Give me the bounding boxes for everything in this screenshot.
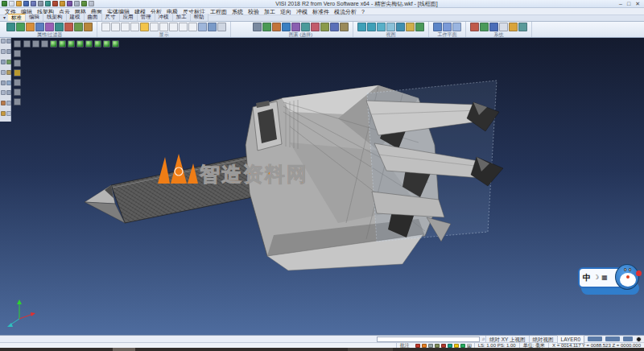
view-isometric-icon[interactable] xyxy=(103,40,110,47)
select-chain-icon[interactable] xyxy=(301,23,310,31)
menu-machining[interactable]: 加工 xyxy=(262,8,278,15)
absolute-view-label[interactable]: 绝对 XY 上视图 xyxy=(485,336,529,343)
select-surface-icon[interactable] xyxy=(282,23,291,31)
redline-icon[interactable] xyxy=(415,344,420,348)
group-icon[interactable] xyxy=(74,23,83,31)
section-view-icon[interactable] xyxy=(198,23,207,31)
attribute-icon[interactable] xyxy=(6,23,15,31)
wireframe-view-icon[interactable] xyxy=(150,23,159,31)
tab-wireframe[interactable]: 线架构 xyxy=(43,14,67,21)
check-tool-icon[interactable] xyxy=(6,60,11,64)
grid-toggle-icon[interactable]: ⊞ xyxy=(467,344,472,348)
measure-tool-icon[interactable] xyxy=(1,49,6,54)
workplane-reset-icon[interactable] xyxy=(452,23,461,31)
note-icon[interactable] xyxy=(422,344,427,348)
previous-view-icon[interactable] xyxy=(396,23,405,31)
transparency-icon[interactable] xyxy=(169,23,178,31)
copy-icon[interactable] xyxy=(45,1,51,6)
workplane-align-icon[interactable] xyxy=(443,23,452,31)
minimize-button[interactable]: – xyxy=(619,0,622,8)
brush-tool-icon[interactable] xyxy=(1,81,6,85)
grid-snap-icon[interactable] xyxy=(441,344,446,348)
hidden-line-icon[interactable] xyxy=(159,23,168,31)
layer-filter-icon[interactable] xyxy=(26,23,35,31)
corner-tool-icon[interactable] xyxy=(6,101,11,105)
entity-filter-icon[interactable] xyxy=(45,23,54,31)
status-circle-button[interactable] xyxy=(636,337,642,342)
sheet-tool-icon[interactable] xyxy=(6,111,11,116)
view-back-icon[interactable] xyxy=(76,40,84,47)
select-line-icon[interactable] xyxy=(262,23,271,31)
property-paint-icon[interactable] xyxy=(84,23,93,31)
absolute-view2-label[interactable]: 绝对视图 xyxy=(529,336,557,343)
show-all-icon[interactable] xyxy=(101,23,110,31)
invert-show-icon[interactable] xyxy=(130,23,139,31)
ortho-icon[interactable] xyxy=(435,344,440,348)
plane-tool-icon[interactable] xyxy=(6,81,11,85)
trim-tool-icon[interactable] xyxy=(6,39,11,43)
tab-surface[interactable]: 曲面 xyxy=(85,14,102,21)
select-filter-icon[interactable] xyxy=(64,23,73,31)
settings-icon[interactable] xyxy=(74,1,80,6)
zoom-window-icon[interactable] xyxy=(367,23,376,31)
print-icon[interactable] xyxy=(38,1,43,6)
menu-die[interactable]: 冲模 xyxy=(294,8,310,15)
save-all-icon[interactable] xyxy=(31,1,36,6)
tab-help[interactable]: 帮助 xyxy=(191,14,208,21)
mill-tool-icon[interactable] xyxy=(6,90,11,95)
render-mode-icon[interactable] xyxy=(188,23,197,31)
menu-reverse[interactable]: 逆向 xyxy=(278,8,294,15)
ruler-icon[interactable] xyxy=(454,344,459,348)
dynamic-view-icon[interactable] xyxy=(208,23,217,31)
view-left-icon[interactable] xyxy=(85,40,93,47)
box-tool-icon[interactable] xyxy=(1,90,6,95)
select-arc-icon[interactable] xyxy=(272,23,281,31)
ribbon-dropdown-icon[interactable]: ▾ xyxy=(1,14,8,21)
history-clock-icon[interactable] xyxy=(460,344,465,348)
menu-flow-analysis[interactable]: 模流分析 xyxy=(332,8,359,15)
more-icon[interactable] xyxy=(89,1,94,6)
pen-tool-icon[interactable] xyxy=(1,70,6,75)
sketch-tool-icon[interactable] xyxy=(1,39,6,43)
status-block[interactable] xyxy=(605,337,620,341)
edge-display-icon[interactable] xyxy=(179,23,188,31)
view-iso-icon[interactable] xyxy=(32,40,39,47)
viewport-3d[interactable]: 智造资料网 中 ☽ ▦ xyxy=(0,38,644,335)
view-bottom-icon[interactable] xyxy=(59,40,66,47)
erase-tool-icon[interactable] xyxy=(6,49,11,54)
open-file-icon[interactable] xyxy=(16,1,22,6)
menu-system[interactable]: 系统 xyxy=(229,8,246,15)
select-window-icon[interactable] xyxy=(311,23,320,31)
menu-help[interactable]: ? xyxy=(359,8,367,15)
fill-tool-icon[interactable] xyxy=(1,111,6,116)
status-block[interactable] xyxy=(588,337,602,341)
shade-toggle-icon[interactable] xyxy=(14,98,21,105)
redo-icon[interactable] xyxy=(67,1,72,6)
entity-snap-icon[interactable] xyxy=(448,344,452,348)
move-tool-icon[interactable] xyxy=(1,60,6,64)
named-view-icon[interactable] xyxy=(406,23,415,31)
view-toolbar-icon[interactable] xyxy=(23,40,31,47)
tab-modeling[interactable]: 建模 xyxy=(67,14,85,21)
select-all-icon[interactable] xyxy=(320,23,329,31)
command-input[interactable] xyxy=(377,337,480,342)
view-right-icon[interactable] xyxy=(94,40,101,47)
mask-icon[interactable] xyxy=(55,23,64,31)
tab-standard[interactable]: 标准 xyxy=(8,14,26,21)
ime-moon-icon[interactable]: ☽ xyxy=(593,275,599,281)
flag-tool-icon[interactable] xyxy=(1,101,6,105)
tab-die[interactable]: 冲模 xyxy=(155,14,173,21)
workplane-icon[interactable] xyxy=(433,23,442,31)
hide-icon[interactable] xyxy=(111,23,120,31)
tab-apply[interactable]: 应用 xyxy=(120,14,138,21)
close-button[interactable]: ✕ xyxy=(635,0,640,8)
undo-icon[interactable] xyxy=(60,1,65,6)
grid-settings-icon[interactable] xyxy=(489,23,498,31)
zoom-fit-icon[interactable] xyxy=(357,23,366,31)
ime-widget[interactable]: 中 ☽ ▦ xyxy=(578,264,642,303)
fit-icon[interactable] xyxy=(14,69,21,76)
line-style-icon[interactable] xyxy=(35,23,44,31)
spin-view-icon[interactable] xyxy=(14,89,21,96)
zoom-out-icon[interactable] xyxy=(14,60,21,67)
zoom-in-icon[interactable] xyxy=(14,50,21,57)
